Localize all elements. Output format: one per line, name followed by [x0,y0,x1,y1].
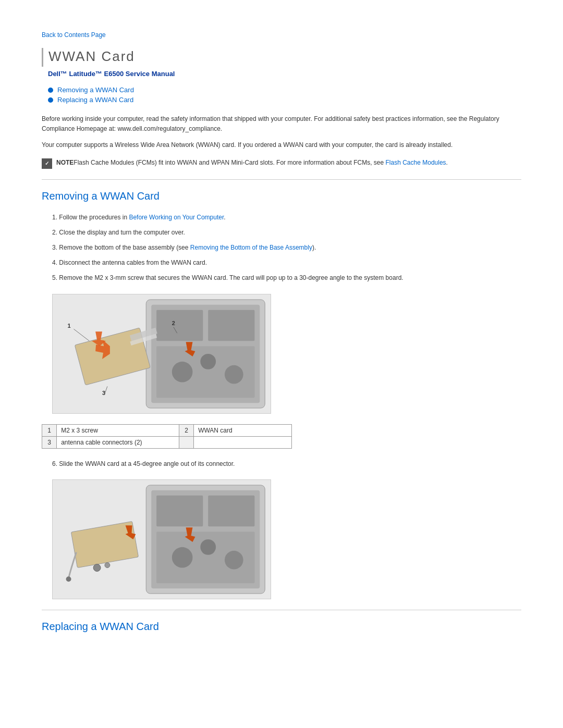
removing-steps: Follow the procedures in Before Working … [47,213,521,283]
svg-point-5 [172,361,193,382]
svg-point-29 [93,564,101,571]
svg-text:2: 2 [172,320,175,326]
part-num-1: 1 [42,424,57,436]
svg-point-27 [225,550,243,569]
svg-point-25 [172,547,193,568]
part-num-3: 3 [42,436,57,448]
svg-text:1: 1 [68,323,71,329]
diagram-2-container [52,479,521,599]
part-label-2: WWAN card [194,424,292,436]
before-working-link[interactable]: Before Working on Your Computer [129,214,224,221]
note-text: NOTEFlash Cache Modules (FCMs) fit into … [56,158,448,167]
svg-rect-3 [208,310,254,340]
toc-bullet-1 [48,88,53,93]
svg-point-32 [66,576,71,582]
step-6-list: Slide the WWAN card at a 45-degree angle… [47,459,521,469]
service-manual-label: Dell™ Latitude™ E6500 Service Manual [42,70,521,78]
divider-2 [42,610,521,610]
table-row-1: 1 M2 x 3 screw 2 WWAN card [42,424,292,436]
removing-section-title: Removing a WWAN Card [42,190,521,202]
diagram-1: 1 2 3 [52,294,271,414]
remove-bottom-link[interactable]: Removing the Bottom of the Base Assembly [190,244,312,251]
flash-cache-link[interactable]: Flash Cache Modules [386,159,446,166]
replacing-section-title: Replacing a WWAN Card [42,621,521,633]
step-3: Remove the bottom of the base assembly (… [47,243,521,253]
note-box: ✓ NOTEFlash Cache Modules (FCMs) fit int… [42,158,521,169]
toc-list: Removing a WWAN Card Replacing a WWAN Ca… [42,86,521,104]
svg-point-6 [200,354,216,369]
intro-para1: Before working inside your computer, rea… [42,114,521,134]
intro-para2: Your computer supports a Wireless Wide A… [42,140,521,150]
step-5: Remove the M2 x 3-mm screw that secures … [47,273,521,283]
svg-point-30 [105,562,110,567]
part-label-1: M2 x 3 screw [57,424,179,436]
part-num-4 [179,436,193,448]
step-6: Slide the WWAN card at a 45-degree angle… [47,459,521,469]
toc-link-removing[interactable]: Removing a WWAN Card [57,86,134,94]
part-num-2: 2 [179,424,193,436]
back-to-contents-link[interactable]: Back to Contents Page [42,31,521,39]
page-title: WWAN Card [48,48,135,65]
step-2: Close the display and turn the computer … [47,228,521,238]
svg-point-7 [225,365,243,384]
part-label-4 [194,436,292,448]
step-1: Follow the procedures in Before Working … [47,213,521,223]
part-label-3: antenna cable connectors (2) [57,436,179,448]
svg-point-26 [200,539,216,555]
table-row-2: 3 antenna cable connectors (2) [42,436,292,448]
diagram-2 [52,479,271,599]
divider-1 [42,179,521,180]
note-icon: ✓ [42,158,52,169]
svg-rect-22 [156,495,203,526]
toc-bullet-2 [48,97,53,103]
diagram-1-container: 1 2 3 [52,294,521,414]
svg-rect-2 [156,310,203,340]
step-4: Disconnect the antenna cables from the W… [47,258,521,268]
svg-rect-23 [208,495,254,526]
toc-link-replacing[interactable]: Replacing a WWAN Card [57,96,133,104]
svg-line-15 [74,329,89,341]
parts-table-1: 1 M2 x 3 screw 2 WWAN card 3 antenna cab… [42,424,292,449]
